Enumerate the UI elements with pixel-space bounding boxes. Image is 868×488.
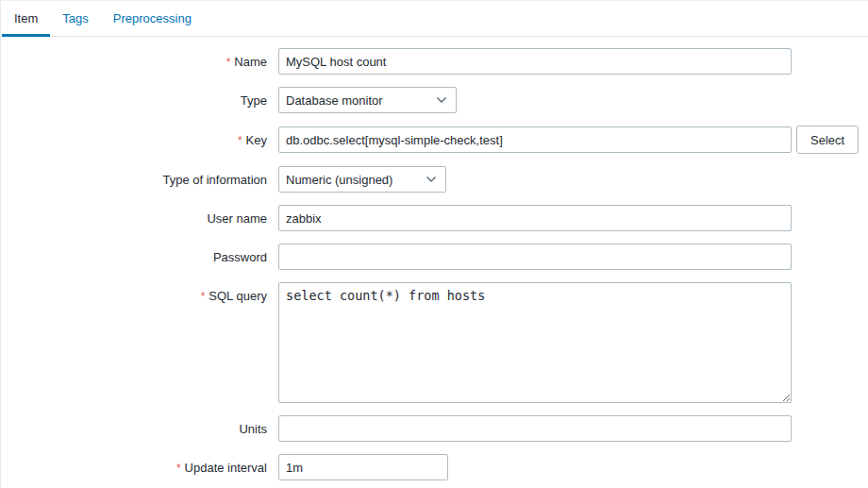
row-name: *Name	[1, 48, 868, 75]
chevron-down-icon	[426, 176, 437, 183]
item-form: *Name Type Database monitor *Key	[1, 37, 868, 480]
item-config-page: Item Tags Preprocessing *Name Type Datab…	[0, 0, 868, 488]
name-label: *Name	[226, 55, 267, 69]
user-name-input[interactable]	[278, 205, 792, 231]
tab-preprocessing[interactable]: Preprocessing	[101, 1, 204, 36]
chevron-down-icon	[436, 96, 447, 104]
type-select-value: Database monitor	[286, 93, 383, 108]
required-asterisk: *	[201, 290, 206, 303]
sql-query-textarea[interactable]: select count(*) from hosts	[278, 282, 792, 403]
required-asterisk: *	[238, 134, 242, 147]
required-asterisk: *	[176, 462, 181, 475]
row-sql-query: *SQL query select count(*) from hosts	[1, 282, 868, 403]
row-type-of-information: Type of information Numeric (unsigned)	[1, 166, 868, 193]
required-asterisk: *	[226, 56, 231, 69]
tab-preprocessing-label: Preprocessing	[113, 11, 192, 25]
type-select[interactable]: Database monitor	[278, 87, 457, 113]
password-label: Password	[213, 250, 267, 264]
user-name-label: User name	[207, 211, 267, 226]
sql-query-label: *SQL query	[201, 289, 267, 303]
key-input[interactable]	[278, 126, 792, 153]
type-of-information-select[interactable]: Numeric (unsigned)	[278, 166, 446, 193]
password-input[interactable]	[278, 244, 792, 270]
tab-item[interactable]: Item	[2, 1, 50, 36]
tab-tags[interactable]: Tags	[50, 1, 100, 36]
type-label: Type	[241, 93, 267, 108]
tab-item-label: Item	[14, 11, 38, 25]
row-password: Password	[1, 244, 868, 270]
row-user-name: User name	[1, 205, 868, 231]
type-of-information-select-value: Numeric (unsigned)	[286, 173, 392, 187]
update-interval-input[interactable]	[278, 454, 448, 480]
units-input[interactable]	[278, 415, 792, 442]
row-update-interval: *Update interval	[1, 454, 868, 480]
tab-tags-label: Tags	[62, 11, 88, 25]
type-of-information-label: Type of information	[162, 173, 267, 187]
units-label: Units	[239, 422, 267, 436]
update-interval-label: *Update interval	[176, 461, 267, 475]
tab-bar: Item Tags Preprocessing	[1, 1, 868, 37]
row-units: Units	[1, 415, 868, 442]
name-input[interactable]	[278, 48, 792, 75]
row-key: *Key Select	[1, 126, 868, 154]
row-type: Type Database monitor	[1, 87, 868, 113]
key-label: *Key	[238, 133, 267, 147]
key-select-button[interactable]: Select	[796, 126, 859, 154]
